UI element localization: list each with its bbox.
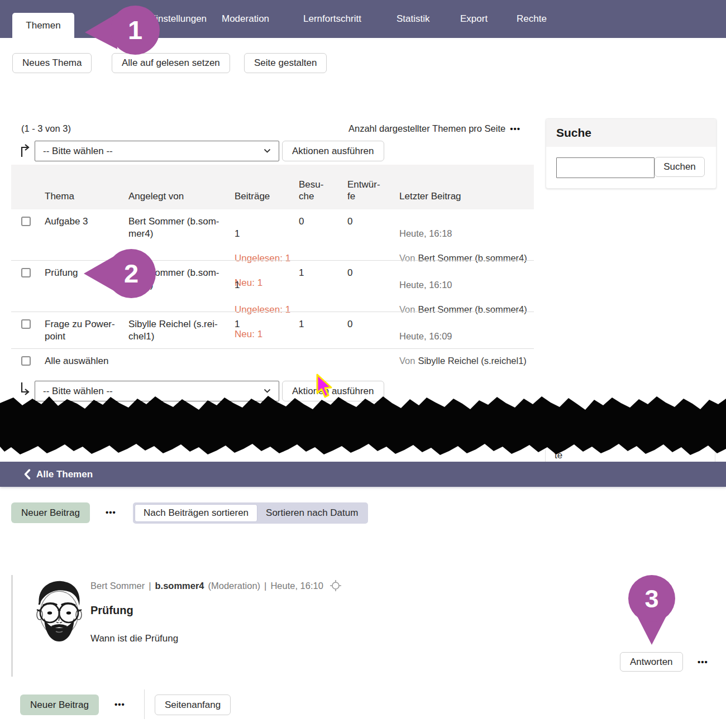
- tab-rechte[interactable]: Rechte: [517, 0, 547, 38]
- unread-count: Ungelesen: 1: [235, 304, 296, 316]
- back-to-all-topics[interactable]: Alle Themen: [23, 469, 93, 480]
- per-page-dots-menu[interactable]: •••: [510, 124, 520, 133]
- new-post-dots-menu-top[interactable]: •••: [106, 507, 116, 517]
- new-post-button-bottom[interactable]: Neuer Beitrag: [20, 695, 99, 715]
- row-checkbox[interactable]: [21, 217, 31, 226]
- toolbar-divider: [144, 689, 145, 719]
- table-row: Prüfung Bert Sommer (b.som- mer4) 1 Unge…: [11, 267, 534, 312]
- topics-table-header: Thema Angelegt von Beiträge Besu- che En…: [11, 165, 534, 209]
- forum-page: Einstellungen Moderation Lernfortschritt…: [0, 0, 726, 728]
- post-author[interactable]: Bert Sommer: [90, 581, 145, 591]
- thread-header-bar: Alle Themen: [0, 462, 726, 487]
- execute-actions-button-bottom[interactable]: Aktionen ausführen: [282, 381, 384, 401]
- apply-to-selection-top-icon: [19, 143, 31, 157]
- new-post-button-top[interactable]: Neuer Beitrag: [11, 502, 90, 523]
- col-letzter-beitrag: Letzter Beitrag: [399, 190, 461, 202]
- result-range-label: (1 - 3 von 3): [21, 123, 71, 134]
- row-divider: [11, 260, 534, 261]
- post-role: (Moderation): [208, 581, 261, 591]
- search-panel: Suche Suchen: [546, 118, 717, 189]
- col-beitraege: Beiträge: [235, 190, 270, 202]
- topic-action-select-top[interactable]: -- Bitte wählen --: [35, 141, 279, 161]
- last-author-link[interactable]: Sibylle Reichel (s.reichel1): [418, 356, 526, 366]
- execute-actions-button-top[interactable]: Aktionen ausführen: [282, 141, 384, 161]
- topic-link[interactable]: Frage zu Power- point: [45, 318, 117, 343]
- post-meta-line: Bert Sommer | b.sommer4 (Moderation) | H…: [90, 579, 342, 592]
- page-top-button[interactable]: Seitenanfang: [155, 695, 231, 715]
- cut-off-panel-edge: [545, 450, 546, 462]
- mark-all-read-button[interactable]: Alle auf gelesen setzen: [112, 53, 230, 73]
- apply-to-selection-bottom-icon: [19, 382, 31, 396]
- table-row: Frage zu Power- point Sibylle Reichel (s…: [11, 318, 534, 348]
- col-entwuerfe: Entwür- fe: [347, 179, 380, 203]
- row-divider: [11, 348, 534, 349]
- callout-marker-3: 3: [627, 574, 680, 646]
- design-page-button[interactable]: Seite gestalten: [244, 53, 327, 73]
- visits-cell: 1: [299, 318, 304, 331]
- new-topic-button[interactable]: Neues Thema: [12, 53, 92, 73]
- topic-link[interactable]: Aufgabe 3: [45, 215, 88, 228]
- sort-toggle: Nach Beiträgen sortieren Sortieren nach …: [133, 502, 368, 524]
- chevron-left-icon: [23, 469, 31, 480]
- tab-statistik[interactable]: Statistik: [397, 0, 430, 38]
- drafts-cell: 0: [347, 267, 352, 279]
- post-username: b.sommer4: [155, 581, 204, 591]
- post-title: Prüfung: [90, 604, 133, 617]
- row-checkbox[interactable]: [21, 268, 31, 277]
- drafts-cell: 0: [347, 215, 352, 228]
- post-date: Heute, 16:10: [270, 581, 323, 591]
- visits-cell: 0: [299, 215, 304, 228]
- new-post-dots-menu-bottom[interactable]: •••: [114, 700, 125, 709]
- per-page-control[interactable]: Anzahl dargestellter Themen pro Seite ••…: [348, 123, 520, 134]
- tab-lernfortschritt[interactable]: Lernfortschritt: [303, 0, 361, 38]
- crosshair-icon[interactable]: [329, 579, 342, 592]
- select-all-checkbox[interactable]: [21, 356, 31, 366]
- search-button[interactable]: Suchen: [655, 157, 705, 177]
- col-angelegt-von: Angelegt von: [128, 190, 184, 202]
- unread-count: Ungelesen: 1: [235, 252, 296, 265]
- per-page-label: Anzahl dargestellter Themen pro Seite: [348, 123, 505, 134]
- reply-button[interactable]: Antworten: [620, 652, 683, 672]
- topic-link[interactable]: Prüfung: [45, 267, 78, 279]
- posts-cell: 1: [235, 318, 240, 331]
- chevron-down-icon: [264, 149, 271, 154]
- row-checkbox[interactable]: [21, 319, 31, 329]
- chevron-down-icon: [264, 389, 271, 394]
- drafts-cell: 0: [347, 318, 352, 331]
- last-author-link[interactable]: Bert Sommer (b.sommer4): [418, 253, 527, 263]
- visits-cell: 1: [299, 267, 304, 279]
- avatar: [29, 579, 89, 645]
- col-besuche: Besu- che: [299, 179, 323, 203]
- select-all-label: Alle auswählen: [45, 356, 108, 367]
- search-input[interactable]: [556, 157, 655, 178]
- post-dots-menu[interactable]: •••: [698, 657, 708, 667]
- thread-indent-line: [11, 575, 13, 677]
- sort-by-date-segment[interactable]: Sortieren nach Datum: [257, 504, 366, 522]
- cut-off-text-fragment: te: [555, 450, 562, 461]
- tab-einstellungen[interactable]: Einstellungen: [150, 0, 207, 38]
- col-thema: Thema: [45, 190, 74, 202]
- post-body: Wann ist die Prüfung: [90, 633, 178, 644]
- sort-by-posts-segment[interactable]: Nach Beiträgen sortieren: [135, 504, 257, 522]
- tab-themen-active[interactable]: Themen: [12, 13, 74, 38]
- table-row: Aufgabe 3 Bert Sommer (b.som- mer4) 1 Un…: [11, 215, 534, 260]
- torn-edge-separator: [0, 0, 726, 728]
- search-panel-title: Suche: [546, 119, 716, 147]
- svg-text:3: 3: [644, 585, 658, 613]
- last-author-link[interactable]: Bert Sommer (b.sommer4): [418, 304, 527, 314]
- topic-action-select-bottom[interactable]: -- Bitte wählen --: [35, 381, 279, 401]
- tab-moderation[interactable]: Moderation: [222, 0, 269, 38]
- created-by: Sibylle Reichel (s.rei- chel1): [128, 318, 229, 343]
- created-by: Bert Sommer (b.som- mer4): [128, 267, 229, 291]
- created-by: Bert Sommer (b.som- mer4): [128, 215, 229, 240]
- top-tab-bar: Einstellungen Moderation Lernfortschritt…: [0, 0, 726, 38]
- row-divider: [11, 312, 534, 312]
- tab-export[interactable]: Export: [460, 0, 488, 38]
- cut-off-panel-edge: [715, 450, 715, 462]
